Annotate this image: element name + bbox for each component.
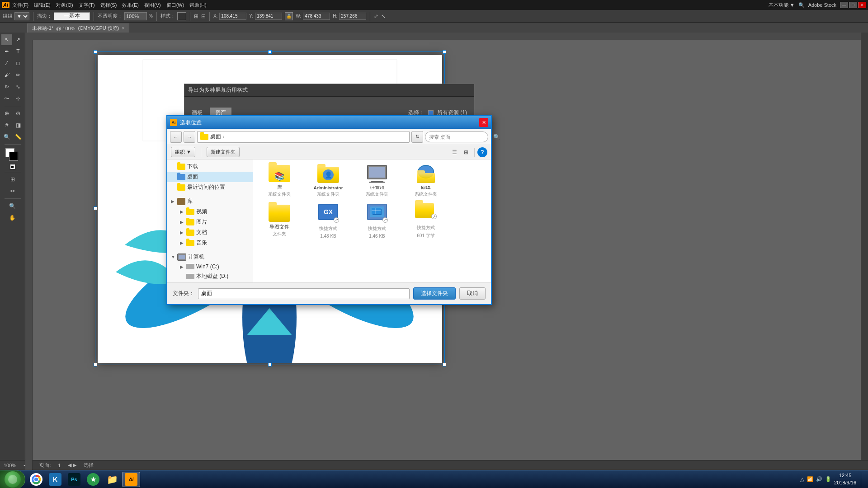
- file-item-administrator[interactable]: 👤 Administrator 系统文件夹: [306, 163, 351, 199]
- handle-br[interactable]: [443, 363, 446, 366]
- free-transform-tool[interactable]: ⊹: [13, 93, 24, 104]
- file-item-computer[interactable]: 计算机 系统文件夹: [354, 163, 400, 199]
- help-button[interactable]: ?: [477, 147, 487, 157]
- pen-tool[interactable]: ✒: [1, 46, 12, 57]
- handle-ml[interactable]: [94, 206, 97, 210]
- path-bar[interactable]: 桌面 ›: [197, 131, 410, 143]
- gradient-tool[interactable]: ◨: [13, 120, 24, 131]
- type-tool[interactable]: T: [13, 46, 24, 57]
- file-item-gx[interactable]: GX ↗ GX 快捷方式 1.48 KB: [306, 203, 351, 239]
- sidebar-item-video[interactable]: ▶ 视频: [167, 206, 253, 217]
- start-button[interactable]: [0, 470, 25, 488]
- back-button[interactable]: ←: [170, 131, 182, 143]
- sidebar-item-desktop[interactable]: 桌面: [167, 172, 253, 182]
- menu-type[interactable]: 文字(T): [79, 2, 95, 9]
- file-dialog-close-button[interactable]: ✕: [479, 118, 488, 127]
- sidebar-item-pictures[interactable]: ▶ 图片: [167, 217, 253, 227]
- search-input[interactable]: [429, 134, 491, 140]
- taskbar-kugou[interactable]: K: [46, 472, 64, 487]
- maximize-button[interactable]: □: [849, 2, 857, 8]
- file-item-library[interactable]: 📚 库 系统文件夹: [257, 163, 302, 199]
- handle-tc[interactable]: [268, 50, 272, 54]
- cancel-button[interactable]: 取消: [459, 287, 486, 300]
- handle-tl[interactable]: [94, 50, 97, 54]
- all-assets-checkbox[interactable]: [428, 110, 434, 116]
- sidebar-item-library[interactable]: ▶ 库: [167, 196, 253, 206]
- shape-builder-tool[interactable]: ⊕: [1, 108, 12, 119]
- sidebar-item-drive-d[interactable]: 本地磁盘 (D:): [167, 271, 253, 282]
- x-input[interactable]: [219, 13, 246, 20]
- eyedropper-tool[interactable]: 🔍: [1, 131, 12, 142]
- swap-icon[interactable]: ⇄: [9, 164, 16, 170]
- menu-file[interactable]: 文件(F): [12, 2, 28, 9]
- group-select[interactable]: ▼: [14, 12, 29, 20]
- show-desktop-button[interactable]: [861, 472, 864, 487]
- taskbar-explorer[interactable]: 📁: [103, 472, 121, 487]
- file-item-daily[interactable]: ↗ 日常 快捷方式 601 字节: [403, 203, 448, 239]
- select-tool[interactable]: ↖: [1, 34, 12, 45]
- taskbar-illustrator[interactable]: Ai: [122, 472, 140, 487]
- menu-select[interactable]: 选择(S): [100, 2, 117, 9]
- rotate-tool[interactable]: ↻: [1, 81, 12, 92]
- h-input[interactable]: [339, 13, 366, 20]
- sidebar-item-recent[interactable]: 最近访问的位置: [167, 182, 253, 192]
- paintbrush-tool[interactable]: 🖌: [1, 70, 12, 80]
- sidebar-item-computer[interactable]: ▼ 计算机: [167, 252, 253, 262]
- w-input[interactable]: [303, 13, 330, 20]
- handle-tr[interactable]: [443, 50, 446, 54]
- taskbar-photoshop[interactable]: Ps: [65, 472, 83, 487]
- warp-tool[interactable]: 〜: [1, 93, 12, 104]
- taskbar-chrome[interactable]: [27, 472, 45, 487]
- direct-select-tool[interactable]: ↗: [13, 34, 24, 45]
- line-tool[interactable]: ∕: [1, 58, 12, 69]
- file-item-network[interactable]: 网络 系统文件夹: [403, 163, 448, 199]
- style-preview[interactable]: [177, 12, 186, 20]
- menu-edit[interactable]: 编辑(E): [34, 2, 51, 9]
- menu-object[interactable]: 对象(O): [56, 2, 73, 9]
- tab-close-button[interactable]: ×: [122, 26, 125, 31]
- document-tab[interactable]: 未标题-1* @ 100% (CMYK/GPU 预览) ×: [27, 23, 129, 33]
- minimize-button[interactable]: —: [840, 2, 848, 8]
- page-nav[interactable]: ◀ ▶: [68, 462, 76, 468]
- organize-button[interactable]: 组织 ▼: [171, 147, 195, 157]
- view-list-button[interactable]: ☰: [449, 147, 460, 157]
- new-folder-button[interactable]: 新建文件夹: [207, 147, 240, 157]
- menu-window[interactable]: 窗口(W): [166, 2, 184, 9]
- close-button[interactable]: ✕: [858, 2, 866, 8]
- stroke-value[interactable]: —基本: [54, 12, 90, 20]
- y-input[interactable]: [255, 13, 282, 20]
- sidebar-item-drive-c[interactable]: ▶ Win7 (C:): [167, 262, 253, 271]
- workspace-label[interactable]: 基本功能 ▼: [769, 2, 795, 9]
- link-proportions-icon[interactable]: 🔒: [285, 12, 293, 20]
- handle-bc[interactable]: [268, 363, 272, 366]
- select-folder-button[interactable]: 选择文件夹: [413, 287, 456, 300]
- menu-view[interactable]: 视图(V): [144, 2, 161, 9]
- file-item-mindmap[interactable]: 导图文件 文件夹: [257, 203, 302, 239]
- opacity-input[interactable]: [124, 12, 147, 20]
- mesh-tool[interactable]: #: [1, 120, 12, 131]
- refresh-button[interactable]: ↻: [411, 131, 423, 143]
- system-clock[interactable]: 12:45 2018/9/16: [834, 472, 856, 486]
- taskbar-unknown-app[interactable]: ★: [84, 472, 102, 487]
- sidebar-item-music[interactable]: ▶ 音乐: [167, 238, 253, 248]
- scale-tool[interactable]: ⤡: [13, 81, 24, 92]
- handle-bl[interactable]: [94, 363, 97, 366]
- hand-tool[interactable]: ✋: [7, 212, 18, 223]
- filename-input[interactable]: [198, 288, 410, 299]
- pencil-tool[interactable]: ✏: [13, 70, 24, 80]
- view-icon-button[interactable]: ⊞: [461, 147, 472, 157]
- menu-effect[interactable]: 效果(E): [122, 2, 139, 9]
- perspective-tool[interactable]: ⊘: [13, 108, 24, 119]
- file-item-xp[interactable]: ↗ XP 快捷方式 1.46 KB: [354, 203, 400, 239]
- search-box[interactable]: 🔍: [425, 131, 488, 142]
- artboard-tool[interactable]: ⊞: [7, 174, 18, 185]
- menu-help[interactable]: 帮助(H): [189, 2, 206, 9]
- measure-tool[interactable]: 📏: [13, 131, 24, 142]
- forward-button[interactable]: →: [184, 131, 195, 143]
- color-swatches[interactable]: [5, 148, 20, 161]
- slice-tool[interactable]: ✂: [7, 186, 18, 197]
- zoom-tool[interactable]: 🔍: [7, 201, 18, 211]
- sidebar-item-download[interactable]: 下载: [167, 161, 253, 172]
- rect-tool[interactable]: □: [13, 58, 24, 69]
- sidebar-item-documents[interactable]: ▶ 文档: [167, 227, 253, 238]
